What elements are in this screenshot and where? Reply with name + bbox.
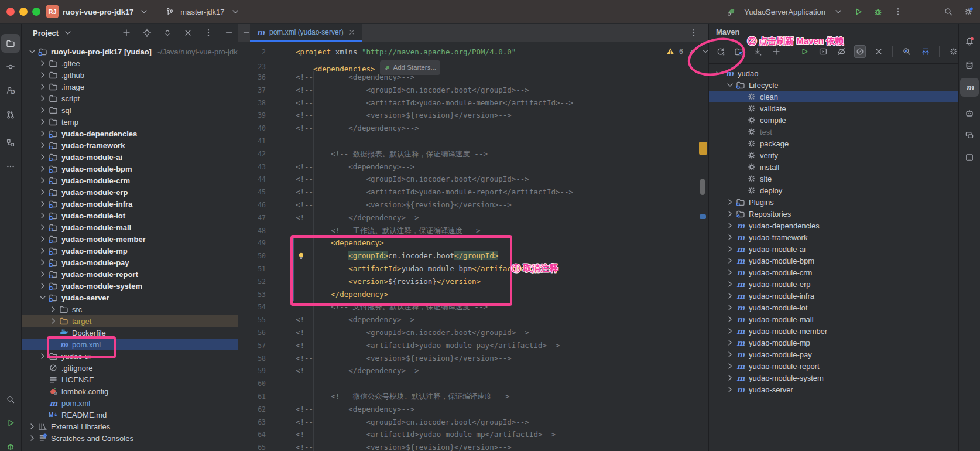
minus-button[interactable] xyxy=(222,26,236,40)
tree-item-compile[interactable]: compile xyxy=(709,114,960,126)
code-line-37[interactable]: 37<!-- <groupId>cn.iocoder.boot</groupId… xyxy=(238,84,708,97)
tree-item-yudao-module-infra[interactable]: yudao-module-infra xyxy=(21,198,238,210)
tree-item-yudao-dependencies[interactable]: myudao-dependencies xyxy=(709,220,960,231)
tree-item-yudao-module-pay[interactable]: yudao-module-pay xyxy=(21,257,238,268)
tree-item-repositories[interactable]: Repositories xyxy=(709,208,960,220)
debug-button[interactable] xyxy=(871,5,885,19)
tree-item-license[interactable]: LICENSE xyxy=(21,374,238,385)
run-configuration[interactable]: YudaoServerApplication xyxy=(744,8,825,16)
tool-button-bugg[interactable] xyxy=(1,437,20,451)
project-view-chevron[interactable] xyxy=(61,26,75,40)
tree-item-yudao-module-bpm[interactable]: yudao-module-bpm xyxy=(21,163,238,175)
maven-refresh-button[interactable] xyxy=(715,45,727,58)
tree-item-test[interactable]: test xyxy=(709,126,960,138)
tree-item-site[interactable]: site xyxy=(709,173,960,184)
tree-item-dockerfile[interactable]: Dockerfile xyxy=(21,327,238,339)
expand-button[interactable] xyxy=(160,26,174,40)
tree-item-ruoyi-vue-pro-jdk17-yudao[interactable]: ruoyi-vue-pro-jdk17 [yudao]~/Java/ruoyi-… xyxy=(21,46,238,57)
tree-item-yudao-module-crm[interactable]: myudao-module-crm xyxy=(709,266,960,278)
tree-item-yudao-ui[interactable]: yudao-ui xyxy=(21,350,238,362)
tab-pom-xml[interactable]: m pom.xml (yudao-server) xyxy=(250,24,362,42)
locate-button[interactable] xyxy=(140,26,154,40)
tree-item-sql[interactable]: sql xyxy=(21,104,238,116)
tree-item-yudao-framework[interactable]: myudao-framework xyxy=(709,231,960,243)
tree-item-yudao-module-infra[interactable]: myudao-module-infra xyxy=(709,290,960,302)
tree-item-yudao-module-mall[interactable]: myudao-module-mall xyxy=(709,313,960,325)
tool-button-robot[interactable] xyxy=(960,104,979,122)
tree-item-pom-xml[interactable]: mpom.xml xyxy=(21,339,238,350)
code-line-58[interactable]: 58<!-- <version>${revision}</version>--> xyxy=(238,352,708,365)
tree-item-validate[interactable]: validate xyxy=(709,102,960,114)
maven-play-button[interactable] xyxy=(799,45,810,58)
tool-button-structure[interactable] xyxy=(1,134,20,152)
code-line-40[interactable]: 40<!-- </dependency>--> xyxy=(238,122,708,135)
tree-item-gitee[interactable]: .gitee xyxy=(21,57,238,69)
close-window-button[interactable] xyxy=(6,8,15,16)
tree-item-target[interactable]: target xyxy=(21,315,238,327)
tree-item-yudao-module-erp[interactable]: myudao-module-erp xyxy=(709,278,960,290)
tree-item-yudao-framework[interactable]: yudao-framework xyxy=(21,139,238,151)
tree-item-yudao-module-crm[interactable]: yudao-module-crm xyxy=(21,175,238,186)
code-line-36[interactable]: 36<!-- <dependency>--> xyxy=(238,71,708,84)
tree-item-yudao-module-mall[interactable]: yudao-module-mall xyxy=(21,221,238,233)
code-line-60[interactable]: 60 xyxy=(238,377,708,390)
code-editor[interactable]: 2<project xmlns="http://maven.apache.org… xyxy=(238,42,708,451)
tree-item-yudao-server[interactable]: yudao-server xyxy=(21,292,238,303)
search-everywhere-button[interactable] xyxy=(941,5,955,19)
tree-item-temp[interactable]: temp xyxy=(21,116,238,128)
code-line-54[interactable]: 54 <!-- 支付服务。默认注释，保证编译速度 --> xyxy=(238,300,708,313)
maven-upup-button[interactable] xyxy=(920,45,931,58)
code-line-53[interactable]: 53 </dependency> xyxy=(238,288,708,301)
tree-item-deploy[interactable]: deploy xyxy=(709,184,960,196)
code-line-59[interactable]: 59<!-- </dependency>--> xyxy=(238,364,708,377)
tool-button-people[interactable]: ? xyxy=(1,81,20,100)
plus-button[interactable] xyxy=(119,26,133,40)
code-line-38[interactable]: 38<!-- <artifactId>yudao-module-member</… xyxy=(238,97,708,110)
inspections-widget[interactable]: 6 xyxy=(666,47,708,56)
tree-item-yudao[interactable]: myudao xyxy=(709,67,960,79)
tree-item-yudao-module-iot[interactable]: yudao-module-iot xyxy=(21,210,238,221)
maven-noentry-button[interactable] xyxy=(854,45,866,58)
minimize-window-button[interactable] xyxy=(19,8,28,16)
tree-item-gitignore[interactable]: .gitignore xyxy=(21,362,238,374)
tree-item-src[interactable]: src xyxy=(21,303,238,315)
tree-item-yudao-module-report[interactable]: yudao-module-report xyxy=(21,268,238,280)
maven-plus-button[interactable] xyxy=(770,45,782,58)
scrollbar-thumb[interactable] xyxy=(700,179,705,195)
project-widget[interactable]: ruoyi-vue-pro-jdk17 master-jdk17 xyxy=(63,0,242,23)
tree-item-install[interactable]: install xyxy=(709,161,960,173)
maven-cloudoff-button[interactable] xyxy=(836,45,848,58)
project-panel-title[interactable]: Project xyxy=(33,29,59,37)
run-button[interactable] xyxy=(851,5,865,19)
maven-analyzer-button[interactable] xyxy=(901,45,913,58)
code-line-64[interactable]: 64<!-- <artifactId>yudao-module-mp</arti… xyxy=(238,428,708,441)
code-line-39[interactable]: 39<!-- <version>${revision}</version>--> xyxy=(238,109,708,122)
code-line-41[interactable]: 41 xyxy=(238,135,708,148)
branch-name[interactable]: master-jdk17 xyxy=(180,8,224,16)
tree-item-yudao-module-pay[interactable]: myudao-module-pay xyxy=(709,348,960,360)
code-line-42[interactable]: 42 <!-- 数据报表。默认注释，保证编译速度 --> xyxy=(238,148,708,160)
tree-item-yudao-module-member[interactable]: yudao-module-member xyxy=(21,233,238,245)
tree-item-yudao-module-ai[interactable]: myudao-module-ai xyxy=(709,243,960,255)
code-line-56[interactable]: 56<!-- <groupId>cn.iocoder.boot</groupId… xyxy=(238,326,708,339)
tree-item-external-libraries[interactable]: External Libraries xyxy=(21,421,238,432)
code-line-57[interactable]: 57<!-- <artifactId>yudao-module-pay</art… xyxy=(238,339,708,352)
tool-button-panelb[interactable] xyxy=(960,148,979,167)
code-line-46[interactable]: 46<!-- <version>${revision}</version>--> xyxy=(238,199,708,211)
code-line-47[interactable]: 47<!-- </dependency>--> xyxy=(238,211,708,224)
collapse-button[interactable] xyxy=(181,26,195,40)
code-line-43[interactable]: 43<!-- <dependency>--> xyxy=(238,160,708,173)
code-line-45[interactable]: 45<!-- <artifactId>yudao-module-report</… xyxy=(238,186,708,199)
tree-item-yudao-module-report[interactable]: myudao-module-report xyxy=(709,360,960,372)
close-tab-icon[interactable] xyxy=(348,28,356,36)
code-line-50[interactable]: 50 <groupId>cn.iocoder.boot</groupId> xyxy=(238,250,708,262)
tree-item-yudao-module-bpm[interactable]: myudao-module-bpm xyxy=(709,255,960,266)
tree-item-github[interactable]: .github xyxy=(21,69,238,81)
settings-button[interactable] xyxy=(961,5,975,19)
tree-item-image[interactable]: .image xyxy=(21,81,238,93)
tree-item-pom-xml[interactable]: mpom.xml xyxy=(21,397,238,409)
tree-item-yudao-module-mp[interactable]: myudao-module-mp xyxy=(709,337,960,348)
tree-item-script[interactable]: script xyxy=(21,93,238,104)
maven-download-button[interactable] xyxy=(752,45,763,58)
maven-boxplay-button[interactable] xyxy=(817,45,829,58)
